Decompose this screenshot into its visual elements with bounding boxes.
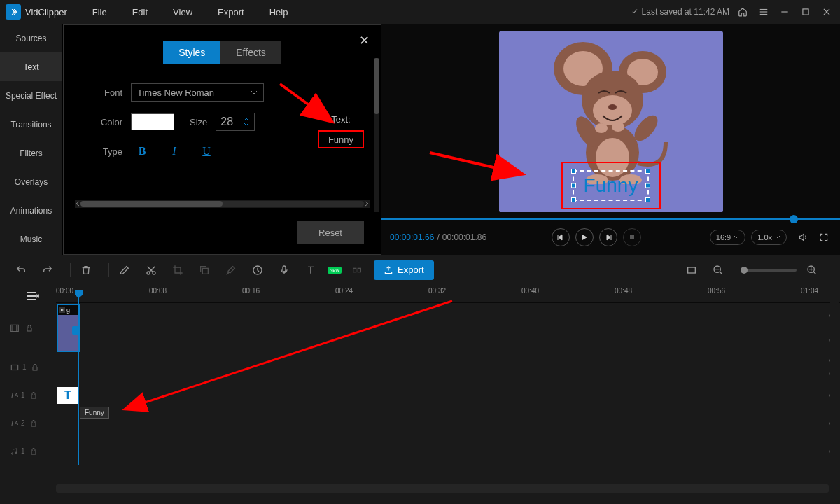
svg-point-12 <box>593 95 632 126</box>
aspect-ratio-select[interactable]: 16:9 <box>710 230 746 245</box>
fullscreen-icon[interactable] <box>816 230 832 245</box>
mic-button[interactable] <box>274 260 294 280</box>
timeline-toolbar: NEW Export <box>0 255 840 284</box>
redo-button[interactable] <box>38 260 57 280</box>
sidebar-item-animations[interactable]: Animations <box>0 196 62 225</box>
cut-button[interactable] <box>141 260 161 280</box>
svg-rect-47 <box>31 395 36 398</box>
sidebar-item-text[interactable]: Text <box>0 52 62 81</box>
tab-styles[interactable]: Styles <box>163 41 220 64</box>
brush-button[interactable] <box>221 260 241 280</box>
menu-file[interactable]: File <box>92 7 107 18</box>
menu-help[interactable]: Help <box>270 7 288 18</box>
stop-button[interactable] <box>623 228 641 246</box>
font-label: Font <box>83 88 122 98</box>
timeline-vscrollbar[interactable] <box>830 302 839 482</box>
color-picker[interactable] <box>131 113 174 130</box>
svg-rect-44 <box>11 365 18 370</box>
music-icon <box>10 447 18 456</box>
sidebar-item-overlays[interactable]: Overlays <box>0 167 62 196</box>
time-separator: / <box>437 232 439 242</box>
lock-icon[interactable] <box>25 324 34 332</box>
sidebar: Sources Text Special Effect Transitions … <box>0 24 63 255</box>
overlay-track-1[interactable]: 1 <box>56 353 840 381</box>
svg-rect-41 <box>27 328 31 331</box>
chevron-down-icon <box>251 89 258 96</box>
timeline-hscrollbar[interactable] <box>56 484 829 493</box>
panel-hscrollbar[interactable] <box>75 200 370 208</box>
lock-icon[interactable] <box>29 447 38 456</box>
undo-button[interactable] <box>11 260 31 280</box>
zoom-out-button[interactable] <box>708 260 728 280</box>
menu-edit[interactable]: Edit <box>132 7 148 18</box>
close-icon[interactable] <box>819 4 834 20</box>
menu-view[interactable]: View <box>173 7 192 18</box>
tab-effects[interactable]: Effects <box>220 41 281 64</box>
text-overlay-selection[interactable]: Funny <box>561 162 661 209</box>
lock-icon[interactable] <box>31 363 39 372</box>
text-input[interactable]: Funny <box>318 130 364 148</box>
panel-close-icon[interactable]: ✕ <box>359 33 370 48</box>
svg-rect-27 <box>283 266 286 272</box>
home-icon[interactable] <box>735 4 750 20</box>
preview-progress[interactable] <box>382 218 840 220</box>
film-icon <box>10 323 20 333</box>
svg-rect-53 <box>31 451 36 454</box>
volume-icon[interactable] <box>795 230 811 245</box>
text-tool-button[interactable] <box>301 260 321 280</box>
zoom-slider[interactable] <box>741 269 797 272</box>
app-name: VidClipper <box>25 7 67 18</box>
export-button[interactable]: Export <box>374 260 434 280</box>
panel-vscrollbar[interactable] <box>374 58 379 212</box>
text-track-1[interactable]: TA 1 T Funny <box>56 381 840 409</box>
preview-pane: Funny 00:00:01.66 / 00:00:01.86 16:9 1.0… <box>382 24 840 255</box>
sidebar-item-special-effect[interactable]: Special Effect <box>0 81 62 110</box>
underline-button[interactable]: U <box>195 142 218 160</box>
timeline-ruler[interactable]: 00:00 00:08 00:16 00:24 00:32 00:40 00:4… <box>56 284 840 302</box>
fit-button[interactable] <box>682 260 701 280</box>
playback-speed-select[interactable]: 1.0x <box>751 230 787 245</box>
playhead[interactable] <box>78 295 79 465</box>
play-button[interactable] <box>575 228 594 246</box>
lock-icon[interactable] <box>29 391 38 400</box>
track-options-icon[interactable] <box>27 291 39 301</box>
crop-button[interactable] <box>168 260 188 280</box>
save-status: Last saved at 11:42 AM <box>631 7 729 17</box>
transition-tool-button[interactable] <box>347 260 367 280</box>
font-dropdown[interactable]: Times New Roman <box>131 83 264 102</box>
minimize-icon[interactable] <box>777 4 792 20</box>
bold-button[interactable]: B <box>131 142 153 160</box>
maximize-icon[interactable] <box>798 4 813 20</box>
delete-button[interactable] <box>76 260 96 280</box>
sidebar-item-filters[interactable]: Filters <box>0 139 62 167</box>
hamburger-icon[interactable] <box>756 4 771 20</box>
titlebar: VidClipper File Edit View Export Help La… <box>0 0 840 24</box>
time-current: 00:00:01.66 <box>390 232 434 242</box>
menu-export[interactable]: Export <box>218 7 244 18</box>
next-frame-button[interactable] <box>599 228 617 246</box>
italic-button[interactable]: I <box>163 142 186 160</box>
video-canvas[interactable]: Funny <box>382 24 840 220</box>
prev-frame-button[interactable] <box>552 228 570 246</box>
scissors-icon[interactable] <box>72 326 80 335</box>
svg-point-13 <box>608 104 617 110</box>
video-track[interactable]: g <box>56 302 840 353</box>
text-styles-panel: ✕ Styles Effects Font Times New Roman Co… <box>63 24 382 255</box>
sidebar-item-sources[interactable]: Sources <box>0 24 62 52</box>
clock-button[interactable] <box>248 260 267 280</box>
text-clip[interactable]: T <box>57 387 78 404</box>
svg-rect-25 <box>202 268 208 274</box>
text-track-2[interactable]: TA 2 <box>56 409 840 437</box>
type-label: Type <box>83 146 122 157</box>
sidebar-item-music[interactable]: Music <box>0 225 62 253</box>
copy-button[interactable] <box>195 260 214 280</box>
music-track-1[interactable]: 1 <box>56 437 840 465</box>
lock-icon[interactable] <box>29 419 38 428</box>
reset-button[interactable]: Reset <box>297 220 364 244</box>
zoom-in-button[interactable] <box>802 260 822 280</box>
edit-button[interactable] <box>115 260 134 280</box>
video-clip[interactable]: g <box>57 304 80 352</box>
sidebar-item-transitions[interactable]: Transitions <box>0 110 62 139</box>
size-stepper[interactable]: 28 <box>216 113 255 131</box>
svg-rect-28 <box>354 268 356 272</box>
